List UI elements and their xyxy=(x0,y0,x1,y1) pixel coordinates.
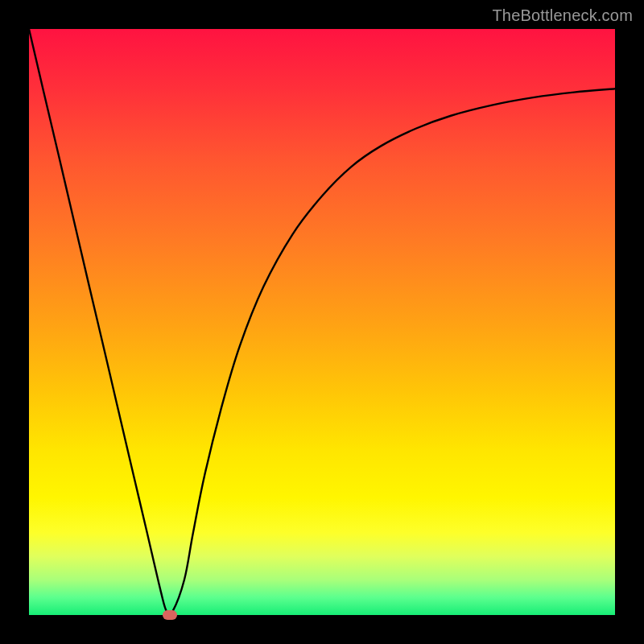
attribution-text: TheBottleneck.com xyxy=(492,6,633,25)
optimal-marker xyxy=(163,610,177,620)
curve-svg xyxy=(29,29,615,615)
plot-area xyxy=(29,29,615,615)
chart-frame: TheBottleneck.com xyxy=(0,0,644,644)
bottleneck-curve xyxy=(29,29,615,615)
